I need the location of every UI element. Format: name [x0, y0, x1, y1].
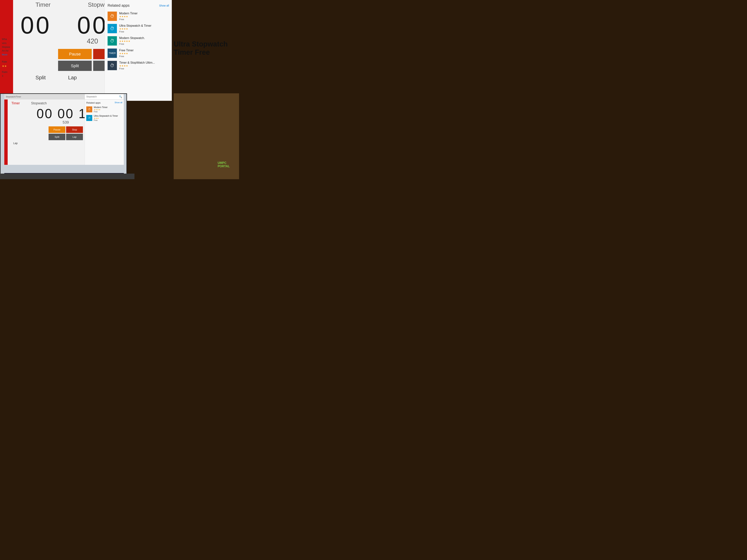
show-all-link[interactable]: Show all — [159, 4, 169, 7]
laptop-btn-row-bottom: Split Lap — [49, 134, 83, 140]
sidebar-what: Wha — [2, 37, 10, 41]
related-app-timer-stopwatch-ultim[interactable]: ⏱ Timer & StopWatch Ultim... ★★★★ Free — [105, 59, 172, 72]
related-app-modern-stopwatch[interactable]: ⏱ Modern Stopwatch. ★★★★★ Free — [105, 35, 172, 47]
related-apps-header: Related apps Show all — [105, 2, 172, 9]
related-apps-title: Related apps — [108, 3, 130, 8]
timer-stopwatch-ultim-name: Timer & StopWatch Ultim... — [119, 61, 155, 64]
search-icon: 🔍 — [119, 95, 122, 98]
timer-stopwatch-ultim-info: Timer & StopWatch Ultim... ★★★★ Free — [119, 61, 155, 70]
sidebar-stopwatch-ref: Stopwa — [2, 45, 10, 49]
laptop-split-button[interactable]: Split — [49, 134, 66, 140]
right-desk-area: UMPCPORTAL — [174, 93, 239, 179]
laptop-related-ultra[interactable]: ⏱ Ultra Stopwatch & Timer ★★★ Free — [85, 114, 124, 122]
laptop-lap-button[interactable]: Lap — [66, 134, 83, 140]
laptop-show-all[interactable]: Show all — [114, 101, 122, 104]
modern-timer-info: Modern Timer ★★★★ Free — [119, 12, 138, 21]
laptop-ultra-info: Ultra Stopwatch & Timer ★★★ Free — [94, 115, 118, 121]
ultra-stopwatch-stars: ★★★★ — [119, 27, 151, 30]
laptop-tab-stopwatch[interactable]: Stopwatch — [31, 101, 47, 105]
laptop-related-title: Related apps — [86, 101, 101, 104]
laptop-hours: 00 — [36, 106, 53, 121]
modern-stopwatch-stars: ★★★★★ — [119, 40, 145, 43]
timer-stopwatch-ultim-stars: ★★★★ — [119, 64, 155, 67]
split-button[interactable]: Split — [58, 61, 92, 71]
sidebar-more[interactable]: More — [2, 53, 10, 57]
ultra-text-overlay: Ultra Stopwatch Timer Free — [174, 40, 237, 56]
sidebar-rating-value: 3 — [2, 74, 10, 78]
laptop-modern-timer-icon: ⏱ — [86, 106, 92, 112]
laptop-content-area: Timer Stopwatch 00 00 10 539 Pause St — [4, 100, 124, 165]
laptop-pause-button[interactable]: Pause — [49, 126, 66, 133]
modern-stopwatch-name: Modern Stopwatch. — [119, 36, 145, 40]
modern-stopwatch-icon: ⏱ — [108, 36, 117, 46]
laptop-body — [0, 174, 134, 179]
modern-stopwatch-free: Free — [119, 43, 145, 45]
col-lap-header: Lap — [68, 75, 77, 81]
related-apps-panel: Related apps Show all ⏱ Modern Timer ★★★… — [105, 0, 172, 101]
free-timer-free: Free — [119, 55, 133, 58]
free-timer-icon: TIMER — [108, 49, 117, 58]
laptop-modern-timer-name: Modern Timer — [94, 106, 108, 109]
laptop-ultra-stars: ★★★ — [94, 117, 118, 119]
laptop-ultra-name: Ultra Stopwatch & Timer — [94, 115, 118, 117]
sidebar-vers: vers — [2, 41, 10, 45]
laptop-window-title: Stopwatch/Timer — [6, 96, 21, 98]
laptop-tab-timer[interactable]: Timer — [11, 101, 20, 105]
ultra-text: Ultra Stopwatch Timer Free — [174, 40, 237, 56]
laptop-ultra-free: Free — [94, 119, 118, 121]
laptop-search-bar[interactable]: 🔍 — [85, 94, 124, 100]
laptop-col-lap-header: Lap — [13, 142, 18, 145]
time-hours: 00 — [21, 11, 51, 39]
ultra-stopwatch-icon: ⏱ — [108, 24, 117, 33]
sidebar-stars[interactable]: ★★ — [2, 64, 10, 68]
modern-timer-stars: ★★★★ — [119, 15, 138, 18]
related-app-free-timer[interactable]: TIMER Free Timer ★★★★ Free — [105, 47, 172, 59]
related-app-modern-timer[interactable]: ⏱ Modern Timer ★★★★ Free — [105, 10, 172, 22]
modern-timer-name: Modern Timer — [119, 12, 138, 15]
timer-stopwatch-ultim-icon: ⏱ — [108, 61, 117, 70]
laptop-search-input[interactable] — [86, 96, 119, 98]
ultra-stopwatch-free: Free — [119, 30, 151, 33]
laptop-modern-timer-stars: ★★★★ — [94, 109, 108, 111]
timer-stopwatch-ultim-free: Free — [119, 67, 155, 70]
free-timer-info: Free Timer ★★★★ Free — [119, 49, 133, 58]
laptop-modern-timer-info: Modern Timer ★★★★ Free — [94, 106, 108, 113]
free-timer-name: Free Timer — [119, 49, 133, 52]
main-monitor: Wha vers Stopwa An Ad More Rate ★★ Ratin… — [0, 0, 172, 101]
laptop-red-accent — [4, 100, 8, 165]
sidebar-an-ad: An Ad — [2, 49, 10, 53]
laptop-ultra-icon: ⏱ — [86, 115, 92, 121]
laptop-screen: Stopwatch/Timer ─ □ ✕ 🔍 Timer Stopwatch — [0, 93, 127, 179]
ultra-stopwatch-info: Ultra Stopwatch & Timer ★★★★ Free — [119, 24, 151, 33]
laptop-modern-timer-free: Free — [94, 111, 108, 113]
sidebar-rating-label: Ratin — [2, 71, 7, 73]
laptop-related-header: Related apps Show all — [85, 101, 124, 105]
sidebar-section: Wha vers Stopwa An Ad More Rate ★★ Ratin… — [2, 37, 10, 78]
laptop-minutes: 00 — [57, 106, 74, 121]
free-timer-stars: ★★★★ — [119, 52, 133, 55]
col-split-header: Split — [35, 75, 46, 81]
modern-timer-icon: ⏱ — [108, 11, 117, 21]
modern-stopwatch-info: Modern Stopwatch. ★★★★★ Free — [119, 36, 145, 45]
sidebar-rate-label: Rate — [2, 60, 7, 63]
laptop-btn-row-top: Pause Stop — [49, 126, 83, 133]
time-minutes: 00 — [77, 11, 108, 39]
laptop-app-window: Stopwatch/Timer ─ □ ✕ 🔍 Timer Stopwatch — [4, 94, 124, 165]
umpc-portal-label: UMPCPORTAL — [217, 161, 230, 168]
ultra-stopwatch-name: Ultra Stopwatch & Timer — [119, 24, 151, 27]
related-app-ultra-stopwatch[interactable]: ⏱ Ultra Stopwatch & Timer ★★★★ Free — [105, 22, 172, 35]
modern-timer-free: Free — [119, 18, 138, 21]
laptop-related-modern-timer[interactable]: ⏱ Modern Timer ★★★★ Free — [85, 105, 124, 114]
tab-timer[interactable]: Timer — [35, 1, 51, 8]
pause-button[interactable]: Pause — [58, 49, 92, 59]
laptop-related-panel: Related apps Show all ⏱ Modern Timer ★★★… — [85, 100, 124, 165]
laptop-stop-button[interactable]: Stop — [66, 126, 83, 133]
